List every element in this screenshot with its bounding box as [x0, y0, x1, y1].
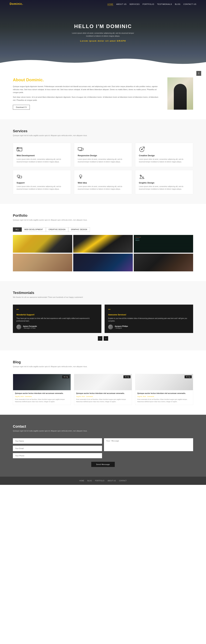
blog-meta-3: Aug 06, 2019 Comments: [137, 396, 191, 397]
nav-services[interactable]: SERVICES: [129, 3, 139, 5]
hero-description: Lorem ipsum dolor sit amet, consectetur …: [69, 32, 137, 38]
svg-rect-6: [78, 148, 82, 150]
scroll-top-button[interactable]: ⇧: [196, 71, 201, 76]
nav-home[interactable]: HOME: [107, 3, 113, 6]
blog-content-1: Quisque auctor lectus interdum nisl accu…: [13, 390, 71, 405]
testimonial-card-2: ““ Awesome Services! Explain to you how …: [104, 304, 193, 333]
site-logo[interactable]: Dominic.: [10, 2, 23, 6]
filter-all[interactable]: ALL: [13, 227, 22, 232]
portfolio-item-5[interactable]: [73, 254, 133, 271]
services-grid: Web Development Lorem ipsum dolor sit am…: [13, 143, 193, 194]
service-desc-web-dev: Lorem ipsum dolor sit amet, consectetur …: [16, 158, 67, 163]
portfolio-item-6[interactable]: [134, 254, 193, 271]
testimonial-card-1: ““ Wonderful Support! They have got my p…: [13, 304, 102, 333]
services-subtitle: Quisque eget nisl id nulla sagittis auct…: [13, 134, 193, 136]
testimonial-author-2: Jacques Philips - Designer: [108, 324, 190, 330]
service-title-graphic: Graphic Design: [139, 182, 190, 184]
web-dev-icon: [16, 146, 22, 152]
quote-icon-1: ““: [16, 308, 98, 312]
service-card-creative: Creative Design Lorem ipsum dolor sit am…: [135, 143, 193, 167]
blog-card-3[interactable]: 06 Aug Quisque auctor lectus interdum ni…: [135, 374, 193, 405]
blog-image-1: 06 Aug: [13, 374, 71, 390]
footer-link-portfolio[interactable]: PORTFOLIO: [95, 480, 104, 482]
author-avatar-2: [108, 324, 113, 330]
portfolio-item-3[interactable]: function init() return: [134, 235, 193, 253]
contact-message-input[interactable]: [104, 438, 193, 451]
portfolio-section: Portfolio Quisque eget nisl id nulla sag…: [0, 204, 206, 281]
nav-contact[interactable]: CONTACT US: [184, 3, 197, 5]
blog-content-2: Quisque auctor lectus interdum nisl accu…: [74, 390, 132, 405]
blog-meta-2: Aug 06, 2019 Comments: [76, 396, 130, 397]
footer-link-blog[interactable]: BLOG: [87, 480, 92, 482]
testimonial-author-1: James Fernando - Manager of Bain: [16, 324, 98, 330]
blog-card-2[interactable]: 06 Aug Quisque auctor lectus interdum ni…: [74, 374, 132, 405]
graphic-icon: [139, 174, 145, 180]
testimonial-title-2: Awesome Services!: [108, 314, 190, 316]
svg-rect-7: [82, 148, 83, 150]
blog-section: Blog Quisque eget nisl id nulla sagittis…: [0, 350, 206, 414]
blog-title: Blog: [13, 360, 193, 364]
testimonials-title: Testimonials: [13, 291, 193, 295]
footer-link-about[interactable]: ABOUT US: [107, 480, 116, 482]
hero-title: HELLO I'M DOMINIC: [69, 24, 137, 29]
service-title-responsive: Responsive Design: [78, 154, 128, 157]
author-role-1: - Manager of Bain: [23, 327, 37, 329]
blog-excerpt-3: Proin venenatis id nisi vel faucibus. Et…: [137, 398, 191, 403]
testimonial-next-button[interactable]: ›: [104, 336, 108, 341]
filter-web-dev[interactable]: WEB DEVELOPMENT: [22, 227, 46, 232]
blog-content-3: Quisque auctor lectus interdum nisl accu…: [135, 390, 193, 405]
blog-card-1[interactable]: 06 Aug Quisque auctor lectus interdum ni…: [13, 374, 71, 405]
about-text: About Dominic. Quisque augue ligula dign…: [13, 78, 161, 110]
service-card-graphic: Graphic Design Lorem ipsum dolor sit ame…: [135, 170, 193, 194]
contact-section: Contact Quisque eget nisl id nulla sagit…: [0, 415, 206, 477]
contact-title: Contact: [13, 424, 193, 428]
filter-graphic[interactable]: GRAPHIC DESIGN: [68, 227, 90, 232]
services-section: Services Quisque eget nisl id nulla sagi…: [0, 119, 206, 204]
author-avatar-1: [16, 324, 21, 330]
blog-date-1: 06 Aug: [62, 375, 69, 378]
service-desc-graphic: Lorem ipsum dolor sit amet, consectetur …: [139, 185, 190, 190]
hero-sub: Lorem ipsum dolor sit amet GRAPH: [69, 39, 137, 43]
hero-section: HELLO I'M DOMINIC Lorem ipsum dolor sit …: [0, 0, 206, 68]
footer-link-contact[interactable]: CONTACT: [119, 480, 127, 482]
about-paragraph-2: Sed vitae rutrum lorem. Id in jot amet l…: [13, 96, 161, 102]
svg-point-15: [140, 175, 141, 176]
service-title-webidea: Web Idea: [78, 182, 128, 184]
send-message-button[interactable]: Send Message: [91, 462, 114, 467]
nav-blog[interactable]: BLOG: [175, 3, 181, 5]
footer-link-home[interactable]: HOME: [79, 480, 84, 482]
portfolio-grid: function init() return: [13, 235, 193, 271]
portfolio-item-2[interactable]: [73, 235, 133, 253]
service-card-web-dev: Web Development Lorem ipsum dolor sit am…: [13, 143, 71, 167]
author-name-1: James Fernando: [23, 325, 37, 327]
author-info-2: Jacques Philips - Designer: [114, 325, 128, 329]
testimonial-prev-button[interactable]: ‹: [98, 336, 102, 341]
blog-meta-1: Aug 06, 2019 Comments: [15, 396, 69, 397]
quote-icon-2: ““: [108, 308, 190, 312]
nav-about[interactable]: ABOUT US: [116, 3, 126, 5]
nav-testimonials[interactable]: TESTIMONIALS: [157, 3, 172, 5]
service-card-support: Support Lorem ipsum dolor sit amet, cons…: [13, 170, 71, 194]
nav-portfolio[interactable]: PORTFOLIO: [143, 3, 154, 5]
portfolio-title: Portfolio: [13, 214, 193, 218]
creative-icon: [139, 146, 145, 152]
about-title: About Dominic.: [13, 78, 161, 82]
service-title-support: Support: [16, 182, 67, 184]
blog-post-title-2: Quisque auctor lectus interdum nisl accu…: [76, 392, 130, 394]
contact-phone-input[interactable]: [13, 453, 102, 458]
service-desc-creative: Lorem ipsum dolor sit amet, consectetur …: [139, 158, 190, 163]
filter-creative[interactable]: CREATIVE DESIGN: [46, 227, 68, 232]
support-icon: [16, 174, 22, 180]
download-cv-button[interactable]: Download CV: [13, 105, 30, 110]
portfolio-item-1[interactable]: [13, 235, 72, 253]
blog-image-3: 06 Aug: [135, 374, 193, 390]
contact-email-input[interactable]: [13, 446, 102, 451]
contact-name-input[interactable]: [13, 438, 102, 444]
svg-rect-11: [19, 176, 22, 178]
services-title: Services: [13, 129, 193, 133]
service-title-web-dev: Web Development: [16, 154, 67, 157]
web-idea-icon: [78, 174, 84, 180]
portfolio-item-4[interactable]: [13, 254, 72, 271]
service-desc-support: Lorem ipsum dolor sit amet, consectetur …: [16, 185, 67, 190]
responsive-icon: [78, 146, 84, 152]
